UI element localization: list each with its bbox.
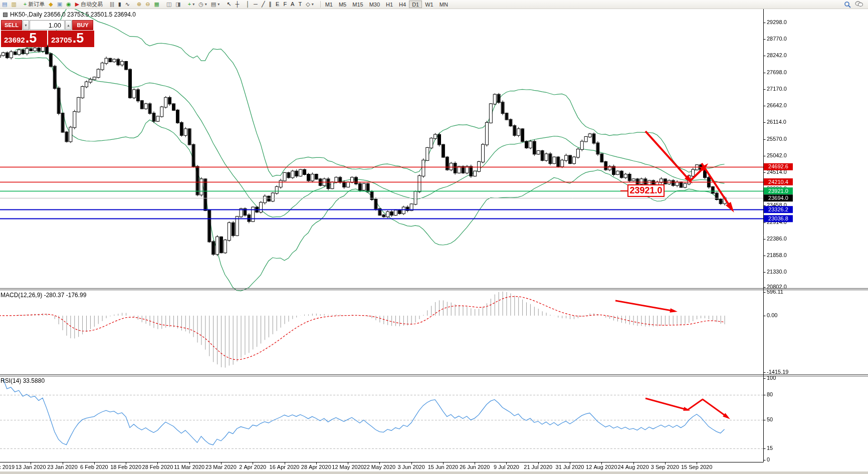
trendline-glyph: ╱	[262, 1, 265, 8]
rsi-indicator-label: RSI(14) 33.5880	[1, 377, 45, 384]
channel-glyph: ∥	[269, 1, 272, 8]
chart-title-text: HK50-,Daily 23656.0 23753.5 23501.5 2369…	[10, 11, 136, 18]
toolbar-right	[844, 1, 868, 8]
periods-glyph: ◷	[198, 1, 203, 8]
signals-icon[interactable]: ◉	[64, 1, 73, 8]
new-order-glyph: +	[24, 1, 27, 8]
timeframe-h1-button[interactable]: H1	[383, 1, 396, 8]
macd-indicator-label: MACD(12,26,9) -280.37 -176.99	[1, 292, 86, 299]
shapes-glyph: ◇	[306, 1, 310, 8]
search-icon[interactable]	[844, 1, 851, 8]
buy-button[interactable]: BUY	[72, 20, 93, 30]
timeframe-mn-button[interactable]: MN	[437, 1, 451, 8]
tile-windows-icon-glyph: ▦	[154, 1, 159, 8]
volume-decrease-button[interactable]: ▾	[23, 20, 29, 30]
terminal-icon-glyph: ▣	[57, 1, 62, 8]
dropdown-caret-icon: ▾	[312, 2, 314, 7]
text-button[interactable]: A	[289, 1, 296, 8]
buy-price-panel[interactable]: 23705 .5	[48, 31, 94, 47]
line-chart-icon-glyph: ∿	[125, 1, 130, 8]
auto-arrange-icon-glyph: ◫	[166, 1, 171, 8]
price-annotation-label[interactable]: 23921.0	[627, 184, 665, 197]
price-chart-canvas[interactable]	[0, 0, 868, 474]
toolbar-separator	[320, 1, 321, 8]
trendline-button[interactable]: ╱	[260, 1, 267, 8]
terminal-icon[interactable]: ▣	[55, 1, 64, 8]
bar-chart-icon[interactable]: |||	[108, 1, 116, 8]
gold-icon[interactable]: ◆	[47, 1, 55, 8]
timeframe-w1-button[interactable]: W1	[422, 1, 437, 8]
main-toolbar: ▤▥+新订单◆▣◉▶自动交易|||▮∿⊕⊖▦◫◨+▾◷▾▤▾↖┼│─╱∥EFAT…	[0, 0, 868, 9]
label-button[interactable]: T	[296, 1, 304, 8]
auto-arrange-icon[interactable]: ◫	[164, 1, 173, 8]
signals-icon-glyph: ◉	[66, 1, 71, 8]
timeframe-toolbar: M1M5M15M30H1H4D1W1MN	[322, 1, 451, 8]
chart-shift-icon[interactable]: ◨	[173, 1, 182, 8]
zoom-out-icon[interactable]: ⊖	[143, 1, 152, 8]
shapes-button[interactable]: ◇▾	[304, 1, 315, 8]
cursor-glyph: ↖	[227, 1, 231, 8]
channel-button[interactable]: ∥	[267, 1, 274, 8]
chart-shift-icon-glyph: ◨	[175, 1, 180, 8]
crosshair-glyph: ┼	[235, 1, 239, 8]
timeframe-d1-button[interactable]: D1	[409, 1, 422, 8]
buy-price-pips: .5	[73, 32, 84, 45]
indicators-glyph: +	[188, 1, 191, 8]
zoom-in-icon-glyph: ⊕	[137, 1, 141, 8]
cursor-button[interactable]: ↖	[225, 1, 233, 8]
line-chart-icon[interactable]: ∿	[123, 1, 132, 8]
buy-price-main: 23705	[51, 36, 72, 44]
dropdown-caret-icon: ▾	[205, 2, 207, 7]
sell-button[interactable]: SELL	[1, 20, 22, 30]
volume-increase-button[interactable]: ▴	[65, 20, 72, 30]
sell-price-main: 23692	[4, 36, 25, 44]
templates-button[interactable]: ▤▾	[209, 1, 222, 8]
one-click-trading-widget: SELL ▾ ▴ BUY 23692 .5 23705 .5	[1, 20, 94, 47]
bar-chart-icon-glyph: |||	[110, 1, 114, 8]
fibo-f-button[interactable]: F	[281, 1, 289, 8]
hline-button[interactable]: ─	[252, 1, 260, 8]
vline-button[interactable]: │	[244, 1, 252, 8]
fibo-e-button[interactable]: E	[274, 1, 281, 8]
timeframe-h4-button[interactable]: H4	[396, 1, 409, 8]
autotrading-glyph: ▶	[75, 1, 79, 8]
templates-glyph: ▤	[211, 1, 216, 8]
sell-price-pips: .5	[26, 32, 37, 45]
chart-preview-icon[interactable]: ▥	[9, 1, 18, 8]
timeframe-m15-button[interactable]: M15	[349, 1, 366, 8]
chat-icon[interactable]	[855, 1, 863, 8]
candlestick-icon-glyph: ▮	[118, 1, 121, 8]
vline-glyph: │	[246, 1, 250, 8]
toolbar-buttons: ▤▥+新订单◆▣◉▶自动交易|||▮∿⊕⊖▦◫◨+▾◷▾▤▾↖┼│─╱∥EFAT…	[0, 1, 319, 8]
timeframe-m30-button[interactable]: M30	[366, 1, 383, 8]
mt4-window: { "toolbar": { "items": [ {"name":"chart…	[0, 0, 868, 474]
timeframe-m1-button[interactable]: M1	[322, 1, 336, 8]
charts-window-icon-glyph: ▤	[2, 1, 7, 8]
gold-icon-glyph: ◆	[49, 1, 53, 8]
label-glyph: T	[298, 1, 302, 8]
dropdown-caret-icon: ▾	[192, 2, 194, 7]
timeframe-m5-button[interactable]: M5	[336, 1, 349, 8]
autotrading-button[interactable]: ▶自动交易	[73, 1, 105, 8]
crosshair-button[interactable]: ┼	[233, 1, 241, 8]
fibo-f-glyph: F	[283, 1, 287, 8]
candlestick-icon[interactable]: ▮	[116, 1, 123, 8]
sell-price-panel[interactable]: 23692 .5	[1, 31, 47, 47]
dropdown-caret-icon: ▾	[218, 2, 220, 7]
zoom-out-icon-glyph: ⊖	[145, 1, 150, 8]
tile-windows-icon[interactable]: ▦	[152, 1, 161, 8]
new-order-button-label: 新订单	[28, 1, 45, 8]
periods-button[interactable]: ◷▾	[196, 1, 209, 8]
text-glyph: A	[291, 1, 294, 8]
status-bar	[0, 471, 868, 474]
volume-input[interactable]	[30, 20, 65, 30]
charts-window-icon[interactable]: ▤	[0, 1, 9, 8]
chart-symbol-icon	[3, 13, 8, 17]
new-order-button[interactable]: +新订单	[22, 1, 47, 8]
chart-title-bar: HK50-,Daily 23656.0 23753.5 23501.5 2369…	[3, 11, 136, 18]
fibo-e-glyph: E	[276, 1, 279, 8]
indicators-button[interactable]: +▾	[186, 1, 196, 8]
autotrading-button-label: 自动交易	[81, 1, 103, 8]
hline-glyph: ─	[254, 1, 258, 8]
zoom-in-icon[interactable]: ⊕	[135, 1, 143, 8]
